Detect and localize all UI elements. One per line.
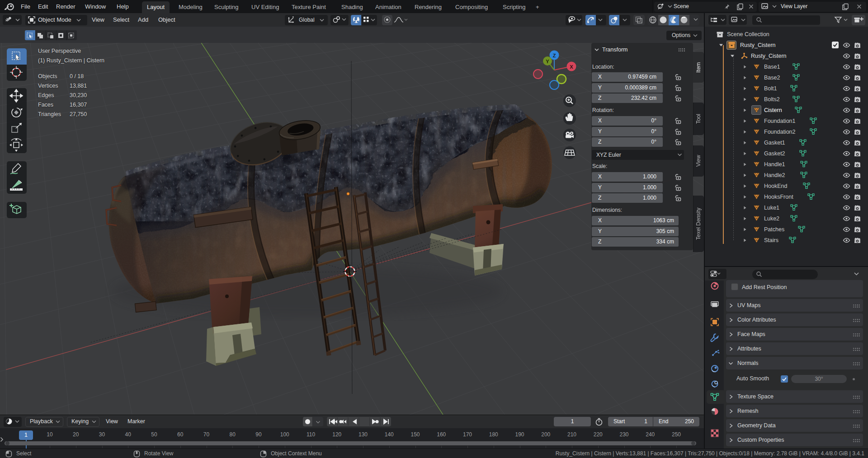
svg-text:X: X: [570, 64, 573, 70]
svg-text:Y: Y: [546, 59, 549, 64]
svg-text:Z: Z: [553, 53, 556, 58]
